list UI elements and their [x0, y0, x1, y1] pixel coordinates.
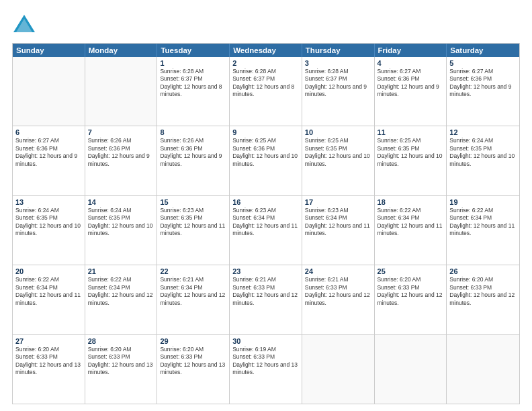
calendar-cell-empty [375, 335, 447, 404]
day-number: 28 [88, 337, 154, 345]
cell-info: Sunrise: 6:28 AM Sunset: 6:37 PM Dayligh… [160, 68, 226, 99]
calendar-cell-5: 5Sunrise: 6:27 AM Sunset: 6:36 PM Daylig… [447, 57, 519, 126]
day-number: 8 [160, 128, 226, 136]
day-number: 12 [449, 128, 517, 136]
logo [12, 12, 39, 36]
calendar-cell-16: 16Sunrise: 6:23 AM Sunset: 6:34 PM Dayli… [230, 196, 302, 265]
day-number: 13 [15, 198, 82, 206]
calendar-cell-23: 23Sunrise: 6:21 AM Sunset: 6:33 PM Dayli… [230, 265, 302, 334]
calendar-cell-9: 9Sunrise: 6:25 AM Sunset: 6:36 PM Daylig… [230, 126, 302, 195]
day-number: 18 [378, 198, 444, 206]
day-number: 4 [378, 59, 444, 67]
cell-info: Sunrise: 6:22 AM Sunset: 6:34 PM Dayligh… [15, 276, 82, 307]
day-number: 23 [232, 267, 299, 275]
calendar-cell-25: 25Sunrise: 6:20 AM Sunset: 6:33 PM Dayli… [375, 265, 447, 334]
cell-info: Sunrise: 6:25 AM Sunset: 6:36 PM Dayligh… [232, 137, 299, 168]
cell-info: Sunrise: 6:24 AM Sunset: 6:35 PM Dayligh… [88, 207, 154, 238]
day-number: 10 [305, 128, 371, 136]
day-number: 9 [232, 128, 299, 136]
day-number: 11 [378, 128, 444, 136]
cell-info: Sunrise: 6:27 AM Sunset: 6:36 PM Dayligh… [449, 68, 517, 99]
calendar-cell-28: 28Sunrise: 6:20 AM Sunset: 6:33 PM Dayli… [85, 335, 158, 404]
cell-info: Sunrise: 6:21 AM Sunset: 6:34 PM Dayligh… [160, 276, 226, 307]
day-number: 15 [160, 198, 226, 206]
day-number: 16 [232, 198, 299, 206]
cell-info: Sunrise: 6:24 AM Sunset: 6:35 PM Dayligh… [449, 137, 517, 168]
cell-info: Sunrise: 6:24 AM Sunset: 6:35 PM Dayligh… [15, 207, 82, 238]
day-number: 19 [449, 198, 517, 206]
cell-info: Sunrise: 6:26 AM Sunset: 6:36 PM Dayligh… [88, 137, 154, 168]
day-number: 24 [305, 267, 371, 275]
weekday-header-friday: Friday [375, 44, 447, 57]
day-number: 29 [160, 337, 226, 345]
calendar-cell-3: 3Sunrise: 6:28 AM Sunset: 6:37 PM Daylig… [302, 57, 375, 126]
cell-info: Sunrise: 6:20 AM Sunset: 6:33 PM Dayligh… [378, 276, 444, 307]
calendar-row-2: 6Sunrise: 6:27 AM Sunset: 6:36 PM Daylig… [13, 126, 519, 195]
calendar-cell-empty [13, 57, 85, 126]
cell-info: Sunrise: 6:23 AM Sunset: 6:34 PM Dayligh… [305, 207, 371, 238]
day-number: 14 [88, 198, 154, 206]
calendar-cell-10: 10Sunrise: 6:25 AM Sunset: 6:35 PM Dayli… [302, 126, 375, 195]
cell-info: Sunrise: 6:25 AM Sunset: 6:35 PM Dayligh… [305, 137, 371, 168]
calendar-cell-empty [302, 335, 375, 404]
cell-info: Sunrise: 6:22 AM Sunset: 6:34 PM Dayligh… [378, 207, 444, 238]
header [12, 12, 520, 36]
calendar-cell-27: 27Sunrise: 6:20 AM Sunset: 6:33 PM Dayli… [13, 335, 85, 404]
weekday-header-tuesday: Tuesday [157, 44, 230, 57]
cell-info: Sunrise: 6:22 AM Sunset: 6:34 PM Dayligh… [449, 207, 517, 238]
day-number: 6 [15, 128, 82, 136]
calendar-cell-1: 1Sunrise: 6:28 AM Sunset: 6:37 PM Daylig… [157, 57, 230, 126]
day-number: 5 [449, 59, 517, 67]
calendar-cell-30: 30Sunrise: 6:19 AM Sunset: 6:33 PM Dayli… [230, 335, 302, 404]
day-number: 21 [88, 267, 154, 275]
cell-info: Sunrise: 6:28 AM Sunset: 6:37 PM Dayligh… [305, 68, 371, 99]
calendar-cell-22: 22Sunrise: 6:21 AM Sunset: 6:34 PM Dayli… [157, 265, 230, 334]
cell-info: Sunrise: 6:21 AM Sunset: 6:33 PM Dayligh… [305, 276, 371, 307]
day-number: 3 [305, 59, 371, 67]
cell-info: Sunrise: 6:27 AM Sunset: 6:36 PM Dayligh… [15, 137, 82, 168]
day-number: 2 [232, 59, 299, 67]
logo-icon [12, 12, 36, 36]
calendar-row-4: 20Sunrise: 6:22 AM Sunset: 6:34 PM Dayli… [13, 265, 519, 334]
calendar-cell-empty [447, 335, 519, 404]
day-number: 27 [15, 337, 82, 345]
cell-info: Sunrise: 6:22 AM Sunset: 6:34 PM Dayligh… [88, 276, 154, 307]
calendar-cell-17: 17Sunrise: 6:23 AM Sunset: 6:34 PM Dayli… [302, 196, 375, 265]
calendar-row-5: 27Sunrise: 6:20 AM Sunset: 6:33 PM Dayli… [13, 334, 519, 404]
calendar-cell-11: 11Sunrise: 6:25 AM Sunset: 6:35 PM Dayli… [375, 126, 447, 195]
calendar-cell-19: 19Sunrise: 6:22 AM Sunset: 6:34 PM Dayli… [447, 196, 519, 265]
cell-info: Sunrise: 6:20 AM Sunset: 6:33 PM Dayligh… [449, 276, 517, 307]
day-number: 1 [160, 59, 226, 67]
calendar-cell-4: 4Sunrise: 6:27 AM Sunset: 6:36 PM Daylig… [375, 57, 447, 126]
calendar-cell-20: 20Sunrise: 6:22 AM Sunset: 6:34 PM Dayli… [13, 265, 85, 334]
calendar-cell-24: 24Sunrise: 6:21 AM Sunset: 6:33 PM Dayli… [302, 265, 375, 334]
day-number: 30 [232, 337, 299, 345]
calendar-cell-8: 8Sunrise: 6:26 AM Sunset: 6:36 PM Daylig… [157, 126, 230, 195]
weekday-header-wednesday: Wednesday [230, 44, 302, 57]
calendar-cell-14: 14Sunrise: 6:24 AM Sunset: 6:35 PM Dayli… [85, 196, 158, 265]
cell-info: Sunrise: 6:26 AM Sunset: 6:36 PM Dayligh… [160, 137, 226, 168]
cell-info: Sunrise: 6:23 AM Sunset: 6:35 PM Dayligh… [160, 207, 226, 238]
cell-info: Sunrise: 6:21 AM Sunset: 6:33 PM Dayligh… [232, 276, 299, 307]
calendar-header: SundayMondayTuesdayWednesdayThursdayFrid… [13, 44, 519, 57]
calendar-cell-13: 13Sunrise: 6:24 AM Sunset: 6:35 PM Dayli… [13, 196, 85, 265]
cell-info: Sunrise: 6:20 AM Sunset: 6:33 PM Dayligh… [88, 346, 154, 377]
calendar-cell-7: 7Sunrise: 6:26 AM Sunset: 6:36 PM Daylig… [85, 126, 158, 195]
day-number: 22 [160, 267, 226, 275]
calendar-cell-empty [85, 57, 158, 126]
calendar-cell-6: 6Sunrise: 6:27 AM Sunset: 6:36 PM Daylig… [13, 126, 85, 195]
page: SundayMondayTuesdayWednesdayThursdayFrid… [0, 0, 532, 411]
weekday-header-monday: Monday [85, 44, 158, 57]
day-number: 20 [15, 267, 82, 275]
weekday-header-saturday: Saturday [447, 44, 519, 57]
calendar-cell-2: 2Sunrise: 6:28 AM Sunset: 6:37 PM Daylig… [230, 57, 302, 126]
calendar-cell-18: 18Sunrise: 6:22 AM Sunset: 6:34 PM Dayli… [375, 196, 447, 265]
cell-info: Sunrise: 6:20 AM Sunset: 6:33 PM Dayligh… [15, 346, 82, 377]
calendar-body: 1Sunrise: 6:28 AM Sunset: 6:37 PM Daylig… [13, 57, 519, 404]
calendar-cell-12: 12Sunrise: 6:24 AM Sunset: 6:35 PM Dayli… [447, 126, 519, 195]
weekday-header-thursday: Thursday [302, 44, 375, 57]
day-number: 7 [88, 128, 154, 136]
cell-info: Sunrise: 6:23 AM Sunset: 6:34 PM Dayligh… [232, 207, 299, 238]
cell-info: Sunrise: 6:25 AM Sunset: 6:35 PM Dayligh… [378, 137, 444, 168]
day-number: 26 [449, 267, 517, 275]
